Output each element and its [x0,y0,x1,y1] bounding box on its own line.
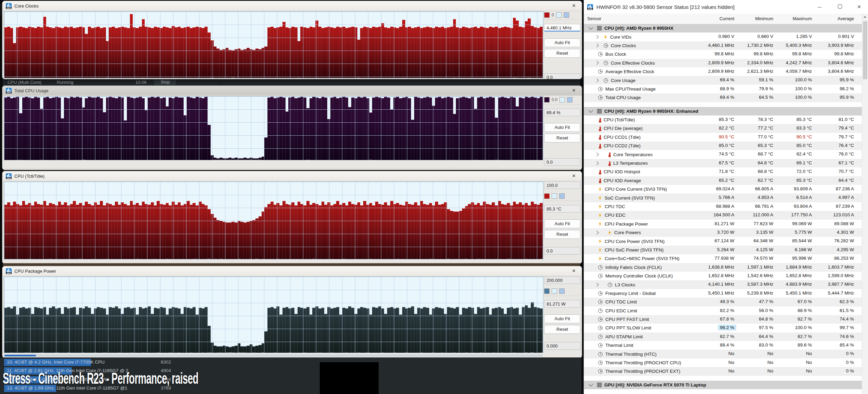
sensor-row[interactable]: Bus Clock99.8 MHz99.8 MHz99.8 MHz99.8 MH… [584,50,863,58]
scale-min-input[interactable]: 0.000 [544,342,580,350]
stop-button[interactable]: Stop [154,79,176,85]
column-header-average[interactable]: Average [838,16,854,21]
auto-fit-button[interactable]: Auto Fit [544,219,580,228]
scale-min-input[interactable]: 0.0 [544,247,580,255]
sensor-row[interactable]: Core VIDs0.980 V0.660 V1.285 V0.901 V [584,32,863,41]
scale-min-input[interactable]: 0.0 [544,73,580,79]
scale-min-input[interactable]: 0.0 [544,158,580,166]
scrollbar-thumb[interactable] [4,355,36,356]
graph-window-titlebar[interactable]: Core Clocks [2,1,582,11]
sensor-row[interactable]: Thermal Throttling (HTC)NoNoNo0 % [584,350,863,358]
sensor-row[interactable]: Thermal Throttling (PROCHOT EXT)NoNoNo0 … [584,367,863,376]
expand-chevron-icon[interactable] [595,161,599,165]
sensor-row[interactable]: Memory Controller Clock (UCLK)1,652.8 MH… [584,272,863,280]
sensor-section-header[interactable]: CPU [#0]: AMD Ryzen 9 9955HX [584,24,863,32]
column-header-current[interactable]: Current [720,16,734,21]
grid-color-swatch[interactable] [559,288,565,294]
sensor-row[interactable]: Total CPU Usage69.4 %64.5 %100.0 %95.9 % [584,93,863,102]
scrollbar-thumb[interactable] [863,21,867,79]
close-icon[interactable]: ✕ [571,3,577,9]
column-header-maximum[interactable]: Maximum [793,16,812,21]
series-color-swatch[interactable] [544,193,550,199]
sensor-row[interactable]: CPU CCD1 (Tdie)90.5 °C77.0 °C90.5 °C79.7… [584,133,863,141]
auto-fit-button[interactable]: Auto Fit [544,314,580,323]
grid-color-swatch[interactable] [564,12,569,18]
current-value-input[interactable]: 4,460.1 MHz [544,24,580,31]
expand-chevron-icon[interactable] [595,78,599,82]
sensor-row[interactable]: CPU PPT SLOW Limit98.2 %97.5 %100.0 %99.… [584,324,863,332]
minimize-button[interactable] [815,3,824,11]
sensor-row[interactable]: CPU (Tctl/Tdie)85.3 °C78.3 °C85.3 °C81.0… [584,116,863,124]
sensor-row[interactable]: L3 Clocks4,140.1 MHz3,587.3 MHz4,683.9 M… [584,280,863,289]
sensor-row[interactable]: Infinity Fabric Clock (FCLK)1,638.8 MHz1… [584,263,863,272]
maximize-button[interactable] [836,3,844,11]
sensor-row[interactable]: Core Usage69.4 %59.1 %100.0 %95.9 % [584,76,863,84]
expand-chevron-icon[interactable] [595,44,599,47]
sensor-row[interactable]: CPU PPT FAST Limit67.8 %64.8 %82.7 %74.4… [584,315,863,324]
sensor-section-header[interactable]: GPU [#0]: NVIDIA GeForce RTX 5070 Ti Lap… [584,381,863,389]
series-color-swatch[interactable] [544,12,550,18]
sensor-row[interactable]: CPU Core Power (SVI3 TFN)67.124 W64.346 … [584,237,863,245]
background-color-swatch[interactable] [560,97,565,103]
reset-button[interactable]: Reset [544,325,580,334]
sensor-row[interactable]: CPU CCD2 (Tdie)85.0 °C65.3 °C85.0 °C76.4… [584,141,863,150]
expand-chevron-icon[interactable] [595,283,599,286]
close-button[interactable]: ✕ [855,3,863,11]
sensor-row[interactable]: L3 Temperatures67.5 °C64.8 °C69.1 °C67.1… [584,159,863,167]
expand-chevron-icon[interactable] [595,35,599,39]
sensor-row[interactable]: CPU IOD Average65.2 °C62.7 °C65.3 °C64.4… [584,176,863,185]
sensor-row[interactable]: Frequency Limit - Global5,450.1 MHz5,239… [584,289,863,298]
sensor-window-titlebar[interactable]: HWiNFO® 32 v8.30-5800 Sensor Status [212… [584,0,868,14]
close-icon[interactable]: ✕ [571,173,577,179]
scroll-up-arrow-icon[interactable] [864,16,866,18]
reset-button[interactable]: Reset [544,49,580,58]
series-color-swatch[interactable] [544,97,550,103]
current-value-input[interactable]: 85.3 °C [544,205,580,213]
graph-window-titlebar[interactable]: CPU Package Power [2,266,582,276]
column-header-sensor[interactable]: Sensor [587,16,601,21]
background-color-swatch[interactable] [552,193,557,199]
sensor-row[interactable]: SoC Current (SVI3 TFN)5.766 A4.853 A6.51… [584,193,863,202]
current-value-input[interactable]: 81.271 W [544,300,580,308]
sensor-row[interactable]: CPU TDC Limit49.3 %47.7 %67.0 %62.3 % [584,298,863,306]
auto-fit-button[interactable]: Auto Fit [544,38,580,47]
reset-button[interactable]: Reset [544,134,580,142]
grid-color-swatch[interactable] [559,193,565,199]
sensor-row[interactable]: Core Clocks4,460.1 MHz1,730.2 MHz5,400.3… [584,41,863,50]
close-icon[interactable]: ✕ [571,87,577,94]
graph-window-titlebar[interactable]: CPU (Tctl/Tdie) [2,171,582,181]
sensor-section-header[interactable]: CPU [#0]: AMD Ryzen 9 9955HX: Enhanced [584,107,863,116]
sensor-row[interactable]: CPU Die (average)82.2 °C77.2 °C83.3 °C79… [584,124,863,133]
sensor-row[interactable]: CPU EDC Limit82.2 %56.0 %88.9 %61.5 % [584,307,863,315]
graph-window-titlebar[interactable]: Total CPU Usage [2,86,582,96]
sensor-row[interactable]: Core Temperatures74.5 °C68.7 °C82.4 °C76… [584,150,863,159]
background-color-swatch[interactable] [552,288,557,294]
sensor-row[interactable]: CPU IOD Hotspot71.8 °C68.8 °C72.0 °C70.7… [584,167,863,176]
benchmark-row[interactable]: 10. 4C/8T @ 4.2 GHz, Intel Core i7-7700K… [0,358,319,367]
series-color-swatch[interactable] [544,288,550,294]
sensor-row[interactable]: Max CPU/Thread Usage88.9 %79.9 %100.0 %9… [584,85,863,93]
chevron-down-icon[interactable] [589,382,593,386]
grid-color-swatch[interactable] [567,97,573,103]
scale-max-input[interactable]: 100.0 [544,181,580,189]
sensor-row[interactable]: Average Effective Clock2,809.9 MHz2,621.… [584,67,863,76]
horizontal-scrollbar[interactable] [4,354,543,357]
vertical-scrollbar[interactable] [862,14,868,394]
sensor-row[interactable]: Thermal Throttling (PROCHOT CPU)NoNoNo0 … [584,358,863,367]
auto-fit-button[interactable]: Auto Fit [544,123,580,132]
expand-chevron-icon[interactable] [595,152,599,156]
expand-chevron-icon[interactable] [595,231,599,234]
current-value-input[interactable]: 69.4 % [544,109,580,116]
sensor-row[interactable]: CPU Package Power81.271 W77.623 W99.069 … [584,220,863,228]
chevron-down-icon[interactable] [589,108,593,113]
background-color-swatch[interactable] [556,12,562,18]
scale-max-input[interactable]: 200.000 [544,276,580,284]
sensor-row[interactable]: Core Effective Clocks2,809.9 MHz2,334.0 … [584,59,863,67]
column-header-minimum[interactable]: Minimum [755,16,773,21]
sensor-row[interactable]: CPU TDC68.988 A66.791 A93.804 A87.239 A [584,202,863,211]
sensor-row[interactable]: APU STAPM Limit82.7 %64.4 %82.7 %74.6 % [584,332,863,341]
sensor-row[interactable]: Core+SoC+MISC Power (SVI3 TFN)77.938 W74… [584,254,863,263]
close-icon[interactable]: ✕ [571,268,577,274]
sensor-row[interactable]: CPU SoC Power (SVI3 TFN)5.264 W4.125 W6.… [584,246,863,254]
sensor-row[interactable]: CPU EDC164.500 A112.000 A177.750 A123.01… [584,211,863,219]
